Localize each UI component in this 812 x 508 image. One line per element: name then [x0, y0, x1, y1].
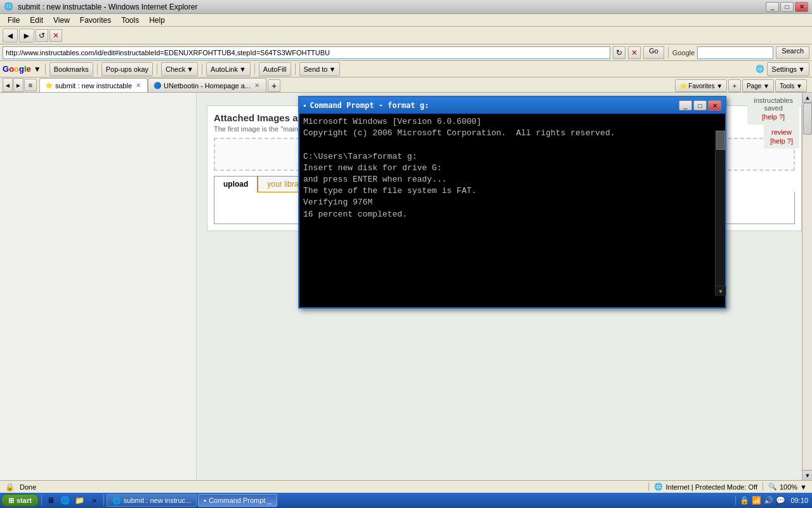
new-tab-button[interactable]: + — [268, 79, 280, 92]
status-text: Done — [20, 483, 643, 491]
start-button[interactable]: ⊞ start — [1, 494, 39, 507]
nav-toolbar: ◄ ► ↺ ✕ — [0, 27, 812, 44]
tab-unetbootin[interactable]: 🔵 UNetbootin - Homepage a... ✕ — [148, 78, 266, 92]
google-search-input[interactable] — [697, 46, 773, 59]
stop-button[interactable]: ✕ — [49, 29, 62, 42]
status-zoom[interactable]: 🔍 100% ▼ — [763, 483, 807, 491]
menu-favorites[interactable]: Favorites — [75, 15, 116, 26]
menu-edit[interactable]: Edit — [25, 15, 48, 26]
address-refresh[interactable]: ↻ — [613, 46, 625, 59]
start-icon: ⊞ — [8, 497, 14, 505]
maximize-button[interactable]: □ — [780, 2, 794, 12]
refresh-button[interactable]: ↺ — [36, 29, 48, 42]
toolbar-div2 — [97, 64, 98, 75]
search-label: Google — [672, 49, 695, 57]
quick-launch: 🖥 🌐 📁 » — [44, 494, 101, 507]
add-favorites-button[interactable]: + — [728, 79, 741, 92]
taskbar-separator-1 — [41, 495, 42, 506]
web-scrollbar[interactable]: ▲ ▼ — [802, 93, 812, 480]
zoom-icon: 🔍 — [768, 483, 777, 491]
tray-icon-2: 📶 — [752, 496, 761, 505]
tab-nav-group: ◄ ► ≡ — [3, 78, 37, 92]
zone-text: Internet | Protected Mode: Off — [665, 483, 757, 491]
taskbar-item-browser[interactable]: 🌐 submit : new instruc... — [107, 494, 197, 507]
address-stop[interactable]: ✕ — [628, 46, 641, 59]
close-button[interactable]: ✕ — [795, 2, 808, 12]
cmd-close-btn[interactable]: ✕ — [708, 100, 721, 110]
browser-titlebar: 🌐 submit : new instructable - Windows In… — [0, 0, 812, 14]
instructables-saved-area: instructablessaved [help ?] — [747, 93, 799, 124]
google-toolbar: Google ▼ Bookmarks Pop-ups okay Check ▼ … — [0, 61, 812, 77]
status-zone: 🌐 Internet | Protected Mode: Off — [648, 483, 757, 491]
tab-options-button[interactable]: ≡ — [24, 79, 37, 91]
menu-file[interactable]: File — [3, 15, 25, 26]
browser-title: submit : new instructable - Windows Inte… — [18, 3, 766, 11]
page-button[interactable]: Page ▼ — [742, 79, 774, 92]
toolbar-div4 — [202, 64, 202, 75]
check-button[interactable]: Check ▼ — [161, 62, 198, 76]
google-dropdown-icon[interactable]: ▼ — [34, 65, 41, 74]
cmd-scroll-thumb[interactable] — [716, 131, 725, 150]
go-button[interactable]: Go — [643, 46, 664, 59]
start-label: start — [16, 497, 32, 504]
menu-view[interactable]: View — [48, 15, 75, 26]
tray-icon-3: 💬 — [776, 496, 785, 505]
toolbar-div1 — [45, 64, 46, 75]
status-bar: 🔒 Done 🌐 Internet | Protected Mode: Off … — [0, 480, 812, 493]
tab-submit-instructable[interactable]: ⭐ submit : new instructable ✕ — [39, 78, 148, 92]
tray-icon-volume[interactable]: 🔊 — [764, 496, 773, 505]
menu-tools[interactable]: Tools — [116, 15, 144, 26]
tab-icon-submit: ⭐ — [45, 82, 53, 89]
tab-close-submit[interactable]: ✕ — [134, 82, 142, 90]
scroll-thumb[interactable] — [803, 103, 812, 135]
window-controls: _ □ ✕ — [766, 2, 808, 12]
scroll-arrow-up[interactable]: ▲ — [802, 93, 812, 103]
menu-help[interactable]: Help — [144, 15, 170, 26]
tab-scroll-left[interactable]: ◄ — [3, 78, 13, 92]
taskbar: ⊞ start 🖥 🌐 📁 » 🌐 submit : new instruc..… — [0, 493, 812, 508]
tab-scroll-right[interactable]: ► — [13, 78, 23, 92]
cmd-maximize-btn[interactable]: □ — [693, 100, 707, 110]
cmd-minimize-btn[interactable]: _ — [679, 100, 692, 110]
toolbar-div5 — [254, 64, 255, 75]
bookmarks-button[interactable]: Bookmarks — [49, 62, 93, 76]
tools-button[interactable]: Tools ▼ — [775, 79, 807, 92]
help-link-1[interactable]: [help ?] — [754, 113, 793, 121]
forward-button[interactable]: ► — [19, 29, 34, 43]
taskbar-item-cmd[interactable]: ▪ Command Prompt _ — [198, 494, 277, 507]
zoom-text: 100% — [780, 483, 797, 491]
browser-icon: 🌐 — [4, 2, 14, 12]
popups-button[interactable]: Pop-ups okay — [102, 62, 153, 76]
tab-label-submit: submit : new instructable — [55, 82, 132, 90]
help-link-2[interactable]: [help ?] — [770, 137, 793, 145]
minimize-button[interactable]: _ — [766, 2, 779, 12]
back-button[interactable]: ◄ — [3, 29, 18, 43]
menu-bar: File Edit View Favorites Tools Help — [0, 14, 812, 27]
tab-label-unet: UNetbootin - Homepage a... — [164, 82, 251, 90]
zone-icon: 🌐 — [654, 483, 663, 491]
favorites-button[interactable]: ⭐ Favorites ▼ — [675, 79, 728, 92]
ql-more[interactable]: » — [88, 494, 101, 507]
address-input[interactable] — [3, 46, 610, 59]
taskbar-separator-2 — [103, 495, 104, 506]
sendto-button[interactable]: Send to ▼ — [299, 62, 341, 76]
ql-ie[interactable]: 🌐 — [59, 494, 72, 507]
review-link[interactable]: review — [770, 128, 793, 136]
cmd-scroll-arrow[interactable]: ▼ — [716, 286, 726, 296]
cmd-scrollbar[interactable]: ▼ — [715, 130, 725, 296]
autofill-button[interactable]: AutoFill — [259, 62, 291, 76]
zoom-dropdown-icon[interactable]: ▼ — [800, 483, 807, 491]
browser-tools-group: ⭐ Favorites ▼ + Page ▼ Tools ▼ — [675, 79, 807, 92]
google-search-button[interactable]: Search — [776, 46, 809, 59]
tab-close-unet[interactable]: ✕ — [253, 82, 261, 90]
ql-show-desktop[interactable]: 🖥 — [44, 494, 57, 507]
cmd-titlebar-icon: ▪ — [303, 101, 306, 110]
autolink-button[interactable]: AutoLink ▼ — [206, 62, 251, 76]
ql-folder[interactable]: 📁 — [74, 494, 86, 507]
taskbar-item-browser-label: submit : new instruc... — [124, 497, 191, 504]
main-content: instructablessaved [help ?] review [help… — [197, 93, 812, 480]
taskbar-tray: 🔒 📶 🔊 💬 09:10 — [735, 496, 811, 505]
scroll-arrow-down[interactable]: ▼ — [802, 470, 812, 480]
settings-button[interactable]: Settings ▼ — [767, 62, 809, 76]
tab-upload[interactable]: upload — [214, 176, 258, 192]
